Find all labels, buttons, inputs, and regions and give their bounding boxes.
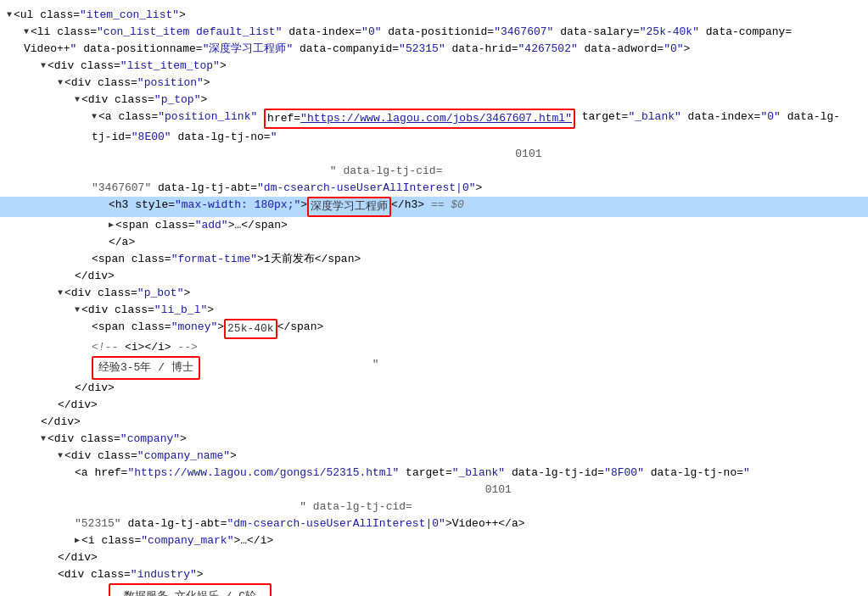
collapse-arrow[interactable]: ▼ [58, 75, 63, 92]
code-text: target= [399, 465, 451, 482]
collapse-arrow[interactable]: ▼ [92, 109, 97, 125]
code-line-experience: 经验3-5年 / 博士 " [0, 356, 868, 380]
code-text: data-lg-tj-abt= [121, 515, 227, 532]
html-tag: >…</span> [228, 217, 288, 234]
attr-value: "format-time" [171, 251, 257, 268]
code-text: data-salary= [553, 24, 639, 41]
html-tag: <div class= [64, 285, 137, 302]
code-line: " data-lg-tj-cid= [0, 163, 868, 180]
attr-value: "position" [137, 75, 204, 92]
html-tag: <div class= [48, 58, 120, 75]
html-tag: </i> [144, 339, 171, 356]
attr-value: "25k-40k" [640, 24, 699, 41]
attr-value: "8F00" [604, 465, 644, 482]
collapse-arrow[interactable]: ▼ [58, 285, 63, 302]
attr-value: "8E00" [132, 129, 171, 146]
expand-arrow[interactable]: ▶ [109, 217, 114, 234]
attr-value: "_blank" [452, 465, 505, 482]
html-tag: <li class= [31, 24, 97, 41]
html-tag: </div> [58, 549, 98, 566]
collapse-arrow[interactable]: ▼ [7, 7, 12, 24]
html-tag: > [204, 75, 210, 92]
code-text: Video++ [24, 41, 70, 58]
code-line: " data-lg-tj-cid= [0, 499, 868, 515]
attr-value: "dm-csearch-useUserAllInterest|0" [257, 180, 475, 197]
code-line-href: ▼<a class="position_link" href="https://… [0, 109, 868, 129]
attr-value: "con_list_item default_list" [97, 24, 282, 41]
code-line: 0101 [0, 146, 868, 163]
collapse-arrow[interactable]: ▼ [41, 58, 46, 75]
attr-value: " [70, 41, 77, 58]
html-tag: > [207, 302, 214, 319]
code-comment: --> [171, 339, 198, 356]
attr-value: "3467607" [494, 24, 553, 41]
attr-value: "dm-csearch-useUserAllInterest|0" [227, 515, 445, 532]
collapse-arrow[interactable]: ▼ [24, 24, 29, 41]
expand-arrow[interactable]: ▶ [75, 532, 80, 549]
job-title-highlighted: 深度学习工程师 [307, 197, 391, 217]
html-tag: </div> [75, 268, 115, 285]
code-line: ▼<div class="li_b_l"> [0, 302, 868, 319]
attr-value: "company_name" [137, 448, 230, 465]
experience-highlighted: 经验3-5年 / 博士 [92, 356, 200, 380]
code-line-h3: <h3 style="max-width: 180px;">深度学习工程师</h… [0, 197, 868, 217]
code-line: ▼<ul class="item_con_list"> [0, 7, 868, 24]
code-line: Video++" data-positionname="深度学习工程师" dat… [0, 41, 868, 58]
html-tag: <div class= [64, 75, 137, 92]
code-text [257, 109, 264, 125]
html-tag: <div class= [81, 92, 154, 109]
collapse-arrow[interactable]: ▼ [75, 92, 80, 109]
html-tag: <i> [125, 339, 144, 356]
code-text: data-lg-tj-no= [644, 465, 743, 482]
code-line-industry: 数据服务,文化娱乐 / C轮 [0, 583, 868, 596]
code-line: </div> [0, 268, 868, 285]
html-tag: > [180, 431, 187, 448]
html-tag: > [183, 285, 190, 302]
attr-value: "li_b_l" [154, 302, 207, 319]
collapse-arrow[interactable]: ▼ [58, 448, 63, 465]
code-text: <span class= [92, 319, 171, 336]
code-line: ▼<div class="p_bot"> [0, 285, 868, 302]
html-tag: <div class= [81, 302, 154, 319]
attr-value: "0" [664, 41, 683, 58]
html-tag: <ul class= [14, 7, 80, 24]
code-line: <span class="format-time">1天前发布</span> [0, 251, 868, 268]
html-tag: >…</i> [233, 532, 273, 549]
collapse-arrow[interactable]: ▼ [41, 431, 46, 448]
code-text: data-positionname= [76, 41, 202, 58]
code-text: </h3> [391, 197, 424, 214]
code-line: <a href="https://www.lagou.com/gongsi/52… [0, 465, 868, 482]
code-text: data-index= [282, 24, 361, 41]
attr-value: "industry" [131, 566, 197, 583]
code-text: <h3 style= [109, 197, 175, 214]
code-line: ▼<div class="company_name"> [0, 448, 868, 465]
attr-value: "4267502" [518, 41, 578, 58]
code-text: data-adword= [578, 41, 664, 58]
html-tag: > [684, 41, 691, 58]
selected-comment: == $0 [424, 197, 464, 214]
href-highlighted: href="https://www.lagou.com/jobs/3467607… [264, 109, 575, 129]
code-text: tj-id= [92, 129, 132, 146]
html-tag: > [230, 448, 237, 465]
html-tag: > [179, 7, 186, 24]
html-tag: <div class= [58, 566, 131, 583]
attr-value: "https://www.lagou.com/gongsi/52315.html… [127, 465, 399, 482]
html-tag: <div class= [64, 448, 137, 465]
collapse-arrow[interactable]: ▼ [75, 302, 80, 319]
code-text: <a class= [98, 109, 158, 125]
html-tag: >Video++</a> [445, 515, 525, 532]
code-text: data-company= [699, 24, 792, 41]
code-line-salary: <span class="money">25k-40k</span> [0, 319, 868, 339]
code-line: "3467607" data-lg-tj-abt="dm-csearch-use… [0, 180, 868, 197]
grey-text: " [200, 356, 379, 373]
grey-text: 0101 [92, 146, 542, 163]
grey-text: "3467607" [92, 180, 151, 197]
attr-value: "company_mark" [141, 532, 233, 549]
code-text: </span> [277, 319, 324, 336]
code-line: tj-id="8E00" data-lg-tj-no=" [0, 129, 868, 146]
code-line: </a> [0, 234, 868, 251]
html-tag: </div> [75, 380, 115, 397]
attr-value: "money" [171, 319, 218, 336]
code-text: data-positionid= [382, 24, 495, 41]
attr-value: "52315" [399, 41, 445, 58]
